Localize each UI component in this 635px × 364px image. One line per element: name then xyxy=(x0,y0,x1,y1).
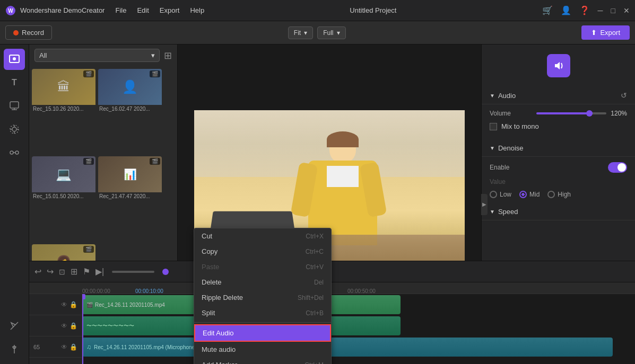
volume-slider-thumb[interactable] xyxy=(586,110,593,117)
track-controls-2: 👁 🔒 xyxy=(61,322,77,330)
minimize-button[interactable]: ─ xyxy=(598,6,603,15)
crop-button[interactable]: ⊡ xyxy=(59,268,65,276)
speaker-button[interactable] xyxy=(547,54,570,77)
toolbar: Record Fit ▾ Full ▾ ⬆ Export xyxy=(0,21,635,45)
audio-section-header[interactable]: ▼ Audio ↺ xyxy=(482,87,635,104)
lock-icon[interactable]: 🔒 xyxy=(69,322,77,330)
cart-icon[interactable]: 🛒 xyxy=(542,5,553,15)
video-icon: 🎬 xyxy=(150,70,160,77)
svg-point-9 xyxy=(10,151,13,154)
playhead-handle[interactable] xyxy=(82,294,85,299)
media-item[interactable]: 👤 🎬 Rec_16.02.47 2020... xyxy=(98,69,162,154)
account-icon[interactable]: 👤 xyxy=(561,5,571,15)
undo-button[interactable]: ↩ xyxy=(34,267,41,277)
close-button[interactable]: ✕ xyxy=(623,6,630,15)
maximize-button[interactable]: □ xyxy=(611,6,615,15)
filter-label: All xyxy=(39,51,47,59)
sidebar-item-pin[interactable] xyxy=(4,339,25,360)
sidebar-item-text[interactable]: T xyxy=(4,72,25,93)
zoom-slider[interactable] xyxy=(112,271,154,273)
ctx-cut[interactable]: Cut Ctrl+X xyxy=(194,228,331,244)
radio-low-label: Low xyxy=(500,191,511,198)
radio-low[interactable]: Low xyxy=(490,191,511,198)
eye-icon[interactable]: 👁 xyxy=(61,322,67,330)
help-icon[interactable]: ❓ xyxy=(579,5,590,15)
sidebar-item-effects[interactable] xyxy=(4,119,25,140)
record-button[interactable]: Record xyxy=(5,25,52,40)
window-controls: 🛒 👤 ❓ ─ □ ✕ xyxy=(542,5,630,15)
ctx-copy[interactable]: Copy Ctrl+C xyxy=(194,244,331,259)
chevron-down-icon: ▾ xyxy=(151,51,155,59)
insert-button[interactable]: ▶| xyxy=(95,267,104,277)
track-label-1: 👁 🔒 xyxy=(29,294,82,315)
speed-section-header[interactable]: ▼ Speed xyxy=(482,203,635,220)
panel-collapse-handle[interactable]: ▶ xyxy=(481,194,488,215)
sidebar-item-tools[interactable] xyxy=(4,315,25,336)
audio-section-label: Audio xyxy=(498,92,516,100)
value-label: Value xyxy=(490,178,532,185)
track-label-2: 👁 🔒 xyxy=(29,315,82,336)
quality-select[interactable]: Full ▾ xyxy=(317,26,345,39)
media-item[interactable]: 📊 🎬 Rec_21.47.47 2020... xyxy=(98,156,162,241)
ctx-split[interactable]: Split Ctrl+B xyxy=(194,305,331,321)
menu-bar: File Edit Export Help xyxy=(115,6,204,14)
radio-mid-label: Mid xyxy=(529,191,540,198)
menu-edit[interactable]: Edit xyxy=(137,6,149,14)
sidebar-item-transitions[interactable] xyxy=(4,142,25,163)
audio-reset-button[interactable]: ↺ xyxy=(621,91,627,100)
sidebar-item-annotations[interactable] xyxy=(4,95,25,117)
menu-export[interactable]: Export xyxy=(160,6,180,14)
toolbar-center: Fit ▾ Full ▾ xyxy=(57,26,577,39)
lock-icon[interactable]: 🔒 xyxy=(69,343,77,351)
mix-to-mono-label: Mix to mono xyxy=(501,122,539,130)
full-label: Full xyxy=(323,29,333,37)
media-item[interactable]: 🏛 🎬 Rec_15.10.26 2020... xyxy=(32,69,95,154)
ctx-cut-label: Cut xyxy=(202,232,212,240)
eye-icon[interactable]: 👁 xyxy=(61,301,67,308)
export-button[interactable]: ⬆ Export xyxy=(581,25,630,40)
volume-slider[interactable] xyxy=(536,112,606,114)
media-item-name: Rec_21.47.47 2020... xyxy=(98,192,162,200)
marker-button[interactable]: ⚑ xyxy=(83,267,90,277)
video-icon: 🎬 xyxy=(83,70,94,77)
svg-rect-4 xyxy=(10,102,19,108)
svg-point-10 xyxy=(15,151,19,154)
media-filter-dropdown[interactable]: All ▾ xyxy=(34,49,160,62)
lock-icon[interactable]: 🔒 xyxy=(69,301,77,308)
grid-view-icon[interactable]: ⊞ xyxy=(164,50,172,61)
denoise-section-content: Enable Value Low Mid High xyxy=(482,157,635,203)
microphone-track-clip[interactable]: ♫ Rec_14.26.11 20201105.mp4 (Microphone) xyxy=(82,338,613,357)
fit-select[interactable]: Fit ▾ xyxy=(288,26,313,39)
radio-mid[interactable]: Mid xyxy=(519,191,540,198)
timeline-playhead xyxy=(82,294,83,364)
music-icon: ♫ xyxy=(86,343,91,351)
track-labels: 👁 🔒 👁 🔒 65 👁 🔒 xyxy=(29,294,82,364)
mix-to-mono-checkbox[interactable] xyxy=(490,123,497,130)
ctx-mute-audio[interactable]: Mute audio xyxy=(194,342,331,357)
microphone-clip-name: Rec_14.26.11 20201105.mp4 (Microphone) xyxy=(94,344,196,350)
media-item[interactable]: 💻 🎬 Rec_15.01.50 2020... xyxy=(32,156,95,241)
media-item-name: Rec_16.02.47 2020... xyxy=(98,105,162,113)
denoise-toggle[interactable] xyxy=(608,162,627,173)
ctx-ripple-delete-label: Ripple Delete xyxy=(202,294,243,301)
svg-point-3 xyxy=(13,57,16,60)
ctx-split-label: Split xyxy=(202,309,215,317)
media-item-name: Rec_15.01.50 2020... xyxy=(32,192,95,200)
speed-section-label: Speed xyxy=(498,208,518,216)
ctx-ripple-delete[interactable]: Ripple Delete Shift+Del xyxy=(194,290,331,305)
ctx-add-marker[interactable]: Add Marker Ctrl+M xyxy=(194,357,331,364)
ctx-delete[interactable]: Delete Del xyxy=(194,274,331,290)
time-mark-4: 00:00:50:00 xyxy=(347,288,376,294)
menu-help[interactable]: Help xyxy=(190,6,204,14)
denoise-section-header[interactable]: ▼ Denoise xyxy=(482,140,635,157)
redo-button[interactable]: ↪ xyxy=(47,267,54,277)
radio-high[interactable]: High xyxy=(547,191,571,198)
menu-file[interactable]: File xyxy=(115,6,126,14)
split-button[interactable]: ⊞ xyxy=(71,267,77,277)
eye-icon[interactable]: 👁 xyxy=(61,343,67,351)
record-label: Record xyxy=(22,29,44,37)
ctx-edit-audio[interactable]: Edit Audio xyxy=(194,324,331,342)
svg-text:W: W xyxy=(8,8,13,14)
sidebar-item-media[interactable] xyxy=(4,49,25,70)
zoom-indicator xyxy=(162,269,169,275)
